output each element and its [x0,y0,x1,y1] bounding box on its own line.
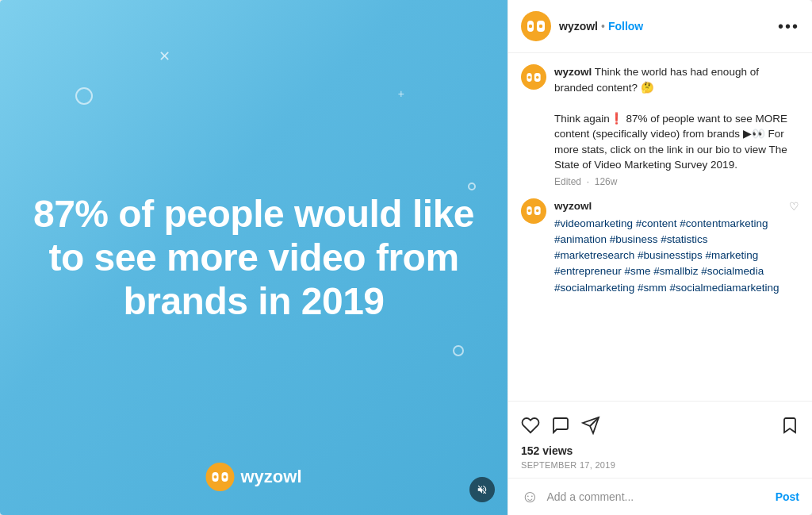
post-actions: 152 views SEPTEMBER 17, 2019 [508,401,812,478]
add-comment-row: ☺ Post [508,478,812,515]
caption-avatar[interactable] [521,64,546,90]
svg-point-3 [223,475,226,478]
deco-cross-1: ✕ [159,48,170,65]
svg-point-10 [528,75,530,78]
post-date: SEPTEMBER 17, 2019 [521,460,799,470]
hashtag-row: wyzowl #videomarketing #content #content… [521,198,799,296]
follow-button[interactable]: Follow [608,20,643,33]
bookmark-button[interactable] [780,416,799,440]
hashtag-avatar[interactable] [521,198,546,224]
brand-name-text: wyzowl [240,467,301,487]
hashtag-username[interactable]: wyzowl [554,200,592,212]
emoji-icon[interactable]: ☺ [521,486,538,507]
svg-point-11 [536,75,538,78]
action-icons-row [521,409,799,444]
post-image-panel: ✕ + 87% of people would like to see more… [0,0,508,515]
instagram-post: ✕ + 87% of people would like to see more… [0,0,812,515]
post-body: wyzowl Think the world has had enough of… [508,53,812,401]
deco-cross-2: + [398,87,404,100]
header-dot: • [601,20,605,33]
caption-timestamp: 126w [595,176,618,187]
svg-point-7 [539,25,542,28]
deco-dot-3 [468,183,476,190]
brand-logo-icon [205,463,234,491]
mute-button[interactable] [469,477,495,502]
like-button[interactable] [521,416,540,440]
comment-input[interactable] [546,490,767,503]
caption-row: wyzowl Think the world has had enough of… [521,64,799,187]
header-username[interactable]: wyzowl [559,20,598,33]
post-header: wyzowl • Follow ••• [508,0,812,53]
post-info-panel: wyzowl • Follow ••• [508,0,812,515]
more-options-button[interactable]: ••• [778,17,799,36]
svg-point-6 [529,25,532,28]
brand-watermark: wyzowl [205,463,301,491]
caption-meta: Edited · 126w [554,176,799,187]
svg-point-14 [528,209,530,212]
deco-dot-2 [453,345,464,356]
caption-text2: Think again❗ 87% of people want to see M… [554,113,787,171]
hashtag-text: #videomarketing #content #contentmarketi… [554,216,781,296]
views-count: 152 views [521,444,799,457]
image-main-text: 87% of people would like to see more vid… [0,192,508,324]
caption-username[interactable]: wyzowl [554,66,592,78]
caption-edited: Edited [554,176,581,187]
svg-point-2 [213,475,216,478]
svg-point-15 [536,209,538,212]
caption-text: wyzowl Think the world has had enough of… [554,64,799,173]
share-button[interactable] [581,416,600,440]
comment-button[interactable] [551,416,570,440]
deco-dot-1 [75,87,93,105]
header-avatar[interactable] [521,11,551,41]
comment-like-icon[interactable]: ♡ [789,200,799,296]
post-comment-button[interactable]: Post [776,490,799,503]
hashtag-content: wyzowl #videomarketing #content #content… [554,198,781,296]
